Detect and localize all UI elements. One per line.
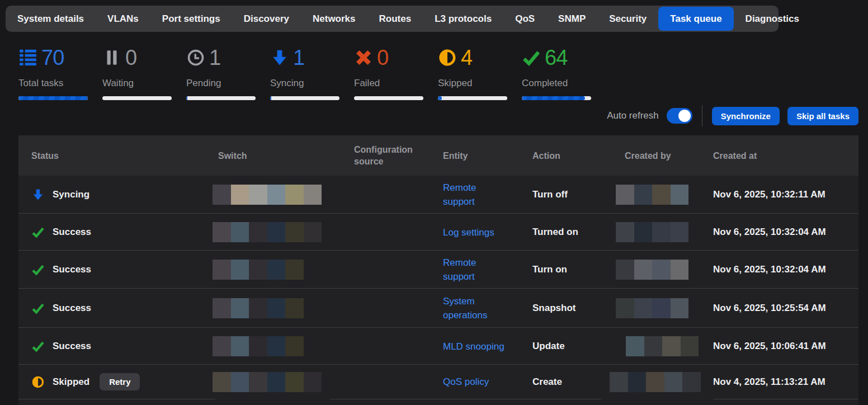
tab-diagnostics[interactable]: Diagnostics <box>734 7 811 31</box>
mosaic-block <box>231 222 249 242</box>
entity-link[interactable]: MLD snooping <box>443 340 504 354</box>
table-row: SyncingRemote supportTurn offNov 6, 2025… <box>18 176 858 214</box>
mosaic-block <box>249 222 267 242</box>
table-header: StatusSwitchConfiguration sourceEntityAc… <box>18 135 858 176</box>
mosaic-block <box>267 372 286 392</box>
tab-discovery[interactable]: Discovery <box>232 7 301 31</box>
tab-system-details[interactable]: System details <box>6 7 96 31</box>
stat-count: 0 <box>125 47 136 68</box>
mosaic-block <box>616 260 634 280</box>
entity-cell: Remote support <box>434 181 523 209</box>
stat-label: Syncing <box>270 78 354 89</box>
tab-port-settings[interactable]: Port settings <box>150 7 232 31</box>
skip-all-tasks-button[interactable]: Skip all tasks <box>787 107 858 125</box>
tab-vlans[interactable]: VLANs <box>96 7 150 31</box>
redacted-user-image <box>616 185 688 205</box>
status-label: Syncing <box>53 189 89 200</box>
stat-pending: 1Pending <box>186 47 270 100</box>
column-header-entity: Entity <box>434 150 523 162</box>
redacted-switch-image <box>213 372 322 392</box>
mosaic-block <box>652 298 671 318</box>
mosaic-block <box>213 336 231 356</box>
stat-progress-fill <box>186 96 187 100</box>
tab-networks[interactable]: Networks <box>301 7 367 31</box>
entity-link[interactable]: Remote support <box>443 256 506 284</box>
stat-label: Completed <box>522 78 606 89</box>
table-row: SuccessMLD snoopingUpdateNov 6, 2025, 10… <box>18 328 858 365</box>
created-by-cell <box>616 185 704 205</box>
stat-count: 70 <box>41 47 64 68</box>
mosaic-block <box>616 185 634 205</box>
table-row: SuccessRemote supportTurn onNov 6, 2025,… <box>18 251 858 289</box>
table-row: SkippedRetryQoS policyCreateNov 4, 2025,… <box>18 365 858 399</box>
retry-button[interactable]: Retry <box>100 373 140 390</box>
stat-completed: 64Completed <box>522 47 606 100</box>
entity-link[interactable]: Remote support <box>443 181 506 209</box>
mosaic-block <box>671 298 689 318</box>
stat-progress-bar <box>102 96 172 100</box>
mosaic-block <box>267 336 286 356</box>
mosaic-block <box>644 336 663 356</box>
tab-task-queue[interactable]: Task queue <box>658 7 733 31</box>
auto-refresh-toggle[interactable] <box>667 108 692 124</box>
status-cell: Success <box>18 302 209 315</box>
stat-count: 1 <box>209 47 220 68</box>
status-cell: Success <box>18 225 209 239</box>
column-header-configuration-source: Configuration source <box>345 144 434 167</box>
tab-security[interactable]: Security <box>597 7 658 31</box>
redacted-switch-image <box>213 222 322 242</box>
created-by-cell <box>616 336 704 356</box>
mosaic-block <box>634 185 653 205</box>
entity-link[interactable]: System operations <box>443 294 506 322</box>
created-at-cell: Nov 6, 2025, 10:25:54 AM <box>704 303 858 314</box>
mosaic-block <box>681 336 699 356</box>
action-cell: Update <box>523 341 616 352</box>
check-icon <box>31 225 45 239</box>
status-cell: Syncing <box>18 188 209 201</box>
status-cell: SkippedRetry <box>18 373 209 390</box>
mosaic-block <box>285 185 304 205</box>
stat-progress-fill <box>438 96 442 100</box>
divider-segment <box>18 399 215 399</box>
mosaic-block <box>671 185 689 205</box>
status-label: Success <box>53 264 91 275</box>
tab-snmp[interactable]: SNMP <box>546 7 597 31</box>
mosaic-block <box>682 372 701 392</box>
tab-qos[interactable]: QoS <box>503 7 546 31</box>
action-cell: Create <box>523 376 616 388</box>
partial-row-divider <box>18 399 858 405</box>
column-header-status: Status <box>18 150 209 162</box>
stat-total-tasks: 70Total tasks <box>18 47 102 100</box>
status-label: Success <box>53 227 91 238</box>
column-header-switch: Switch <box>209 150 345 162</box>
switch-cell <box>209 185 345 205</box>
vertical-divider <box>702 105 702 126</box>
pause-icon <box>102 48 121 67</box>
entity-cell: Log settings <box>434 225 523 239</box>
mosaic-block <box>249 260 267 280</box>
entity-link[interactable]: QoS policy <box>443 375 489 389</box>
mosaic-block <box>285 298 304 318</box>
divider-segment <box>330 399 601 399</box>
controls-row: Auto refresh Synchronize Skip all tasks <box>607 105 858 126</box>
mosaic-block <box>626 336 644 356</box>
entity-link[interactable]: Log settings <box>443 225 494 239</box>
created-at-cell: Nov 6, 2025, 10:32:04 AM <box>704 227 858 238</box>
mosaic-block <box>304 185 322 205</box>
created-at-cell: Nov 6, 2025, 10:06:41 AM <box>704 341 858 352</box>
stat-count: 0 <box>377 47 388 68</box>
mosaic-block <box>628 372 647 392</box>
mosaic-block <box>231 298 249 318</box>
tab-routes[interactable]: Routes <box>367 7 423 31</box>
synchronize-button[interactable]: Synchronize <box>712 107 780 125</box>
mosaic-block <box>285 372 304 392</box>
stat-failed: 0Failed <box>354 47 438 100</box>
mosaic-block <box>671 260 689 280</box>
mosaic-block <box>671 222 689 242</box>
stat-count: 1 <box>293 47 304 68</box>
toggle-knob <box>678 110 691 122</box>
switch-cell <box>209 298 345 318</box>
tab-l3-protocols[interactable]: L3 protocols <box>423 7 503 31</box>
mosaic-block <box>285 336 304 356</box>
mosaic-block <box>616 298 634 318</box>
